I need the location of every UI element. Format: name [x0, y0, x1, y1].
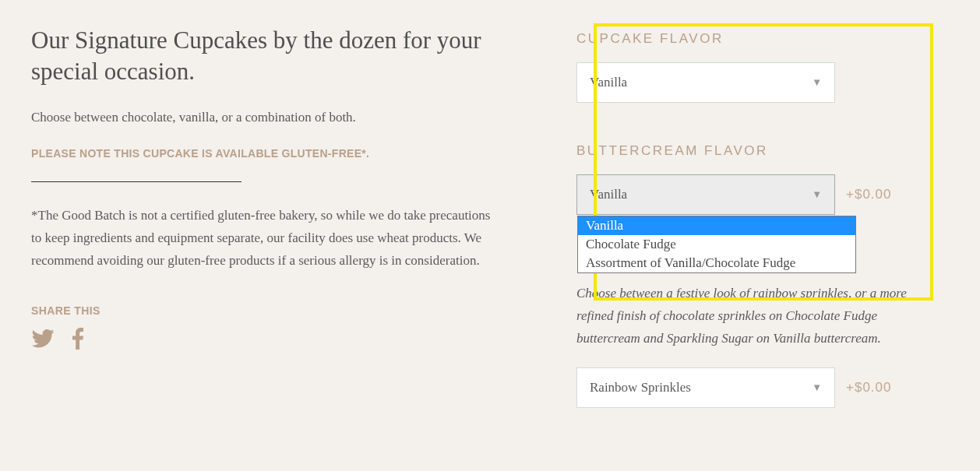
finishing-touch-price: +$0.00	[846, 380, 891, 395]
product-options-column: CUPCAKE FLAVOR Vanilla ▼ BUTTERCREAM FLA…	[576, 25, 919, 448]
facebook-icon[interactable]	[72, 328, 84, 353]
finishing-touch-value: Rainbow Sprinkles	[590, 380, 691, 395]
product-description-column: Our Signature Cupcakes by the dozen for …	[31, 25, 499, 448]
dropdown-option-chocolate-fudge[interactable]: Chocolate Fudge	[578, 235, 855, 254]
buttercream-flavor-select[interactable]: Vanilla ▼ Vanilla Chocolate Fudge Assort…	[576, 174, 835, 215]
finishing-touch-select[interactable]: Rainbow Sprinkles ▼	[576, 367, 835, 408]
cupcake-flavor-label: CUPCAKE FLAVOR	[576, 31, 919, 47]
twitter-icon[interactable]	[31, 329, 55, 351]
dropdown-option-vanilla[interactable]: Vanilla	[578, 216, 855, 235]
share-label: SHARE THIS	[31, 304, 499, 317]
chevron-down-icon: ▼	[812, 188, 822, 201]
cupcake-flavor-group: CUPCAKE FLAVOR Vanilla ▼	[576, 31, 919, 103]
dropdown-option-assortment[interactable]: Assortment of Vanilla/Chocolate Fudge	[578, 254, 855, 272]
buttercream-flavor-label: BUTTERCREAM FLAVOR	[576, 143, 919, 159]
gluten-free-notice: PLEASE NOTE THIS CUPCAKE IS AVAILABLE GL…	[31, 147, 499, 160]
buttercream-price: +$0.00	[846, 187, 891, 202]
finishing-touch-description: Choose between a festive look of rainbow…	[576, 282, 919, 350]
buttercream-flavor-group: BUTTERCREAM FLAVOR Vanilla ▼ Vanilla Cho…	[576, 143, 919, 215]
chevron-down-icon: ▼	[812, 381, 822, 394]
cupcake-flavor-value: Vanilla	[590, 75, 627, 90]
product-heading: Our Signature Cupcakes by the dozen for …	[31, 25, 499, 88]
cupcake-flavor-select[interactable]: Vanilla ▼	[576, 62, 835, 103]
chevron-down-icon: ▼	[812, 76, 822, 89]
buttercream-flavor-dropdown: Vanilla Chocolate Fudge Assortment of Va…	[577, 216, 856, 273]
buttercream-flavor-value: Vanilla	[590, 187, 627, 202]
divider	[31, 181, 241, 182]
product-subtitle: Choose between chocolate, vanilla, or a …	[31, 110, 499, 125]
disclaimer-text: *The Good Batch is not a certified glute…	[31, 204, 499, 272]
finishing-touch-group: Choose between a festive look of rainbow…	[576, 282, 919, 408]
